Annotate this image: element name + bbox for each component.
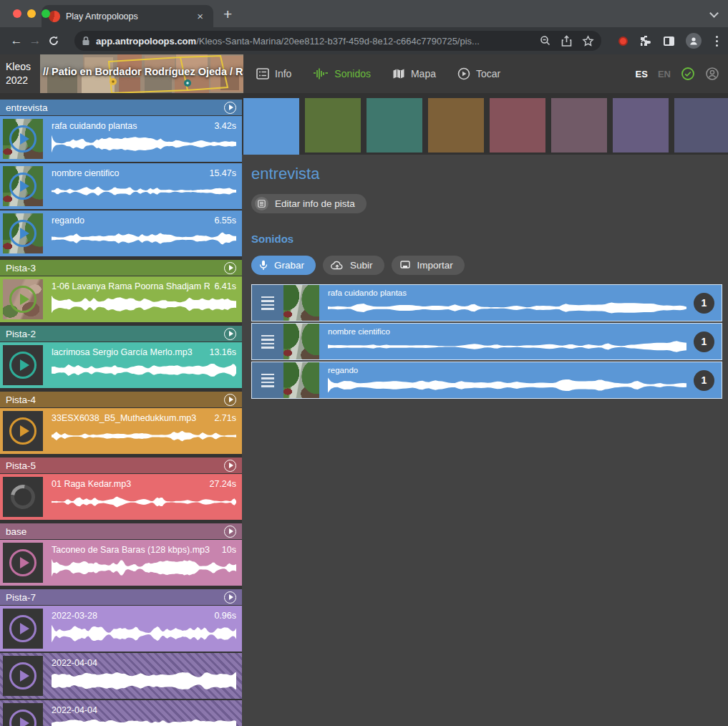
- play-track-icon[interactable]: [224, 591, 236, 604]
- sound-thumbnail[interactable]: [3, 609, 43, 649]
- tab-mapa[interactable]: Mapa: [392, 68, 436, 79]
- extensions-puzzle-icon[interactable]: [639, 34, 652, 47]
- track-header[interactable]: Pista-5: [0, 458, 242, 473]
- sound-thumbnail[interactable]: [283, 324, 319, 359]
- track-block-pista-4[interactable]: [428, 98, 484, 153]
- edit-track-info-button[interactable]: Editar info de pista: [251, 194, 367, 213]
- play-sound-icon[interactable]: [9, 352, 37, 379]
- sidebar-sound[interactable]: rafa cuidando plantas3.42s: [0, 116, 242, 162]
- play-track-icon[interactable]: [224, 102, 236, 114]
- minimize-window-button[interactable]: [27, 9, 36, 18]
- play-sound-icon[interactable]: [291, 292, 312, 314]
- import-button[interactable]: Importar: [392, 256, 465, 275]
- lang-en[interactable]: EN: [658, 69, 671, 79]
- track-block-entrevista[interactable]: [243, 98, 299, 155]
- play-sound-icon[interactable]: [9, 615, 37, 642]
- zoom-out-icon[interactable]: [540, 35, 551, 47]
- play-sound-icon[interactable]: [9, 417, 37, 445]
- play-track-icon[interactable]: [224, 460, 236, 472]
- sidebar-sound[interactable]: Taconeo de Sara Baras (128 kbps).mp310s: [0, 540, 242, 586]
- url-bar[interactable]: app.antropoloops.com/Kleos-Santa-Marina/…: [74, 31, 601, 51]
- drag-handle[interactable]: [252, 362, 283, 398]
- play-sound-icon[interactable]: [291, 331, 312, 352]
- track-section-pista-2: Pista-2 lacrimosa Sergio García Merlo.mp…: [0, 326, 242, 388]
- side-panel-icon[interactable]: [664, 37, 674, 46]
- drag-handle[interactable]: [252, 324, 283, 359]
- sound-thumbnail[interactable]: [283, 362, 319, 398]
- track-block-pista-3[interactable]: [305, 98, 361, 153]
- sound-thumbnail[interactable]: [283, 285, 319, 321]
- lang-es[interactable]: ES: [636, 69, 648, 79]
- sound-thumbnail[interactable]: [3, 477, 43, 517]
- play-sound-icon[interactable]: [9, 173, 37, 200]
- play-track-icon[interactable]: [224, 526, 236, 538]
- sidebar-sound[interactable]: 2022-03-280.96s: [0, 606, 242, 652]
- share-icon[interactable]: [561, 35, 572, 47]
- zoom-window-button[interactable]: [42, 9, 50, 18]
- play-sound-icon[interactable]: [9, 286, 37, 313]
- sidebar-sound[interactable]: 1-06 Lavanya Rama Poorna Shadjam Rupak..…: [0, 276, 242, 322]
- track-header[interactable]: Pista-4: [0, 392, 242, 407]
- account-icon[interactable]: [705, 67, 719, 81]
- sidebar-sound[interactable]: regando6.55s: [0, 210, 242, 256]
- sound-row[interactable]: rafa cuidando plantas 1: [251, 284, 722, 321]
- sound-thumbnail[interactable]: [3, 656, 43, 696]
- reload-button[interactable]: [44, 32, 63, 50]
- upload-button[interactable]: Subir: [323, 256, 384, 275]
- track-block-pista-5[interactable]: [490, 98, 545, 153]
- sound-thumbnail[interactable]: [3, 345, 43, 385]
- sidebar-sound[interactable]: lacrimosa Sergio García Merlo.mp313.16s: [0, 342, 242, 388]
- close-window-button[interactable]: [13, 9, 21, 18]
- track-block-pista-7[interactable]: [613, 98, 669, 153]
- tab-tocar[interactable]: Tocar: [457, 67, 500, 80]
- play-sound-icon[interactable]: [9, 549, 37, 576]
- sidebar-sound[interactable]: 01 Raga Kedar.mp327.24s: [0, 474, 242, 520]
- sound-row[interactable]: nombre cientifico 1: [251, 323, 722, 360]
- record-button[interactable]: Grabar: [251, 256, 316, 275]
- track-header[interactable]: Pista-2: [0, 326, 242, 342]
- sidebar-sound-processing[interactable]: 2022-04-04: [0, 700, 242, 726]
- sound-thumbnail[interactable]: [3, 119, 43, 159]
- play-track-icon[interactable]: [224, 262, 236, 274]
- profile-avatar[interactable]: [686, 33, 702, 49]
- sidebar-sound[interactable]: nombre cientifico15.47s: [0, 163, 242, 209]
- browser-menu-icon[interactable]: [713, 36, 721, 47]
- track-header[interactable]: base: [0, 523, 242, 539]
- sound-thumbnail[interactable]: [3, 166, 43, 206]
- sidebar-sound-processing[interactable]: 2022-04-04: [0, 653, 242, 699]
- bookmark-star-icon[interactable]: [582, 35, 594, 47]
- track-header[interactable]: Pista-3: [0, 260, 242, 276]
- sound-thumbnail[interactable]: [3, 411, 43, 451]
- play-sound-icon[interactable]: [291, 369, 312, 391]
- play-sound-icon[interactable]: [9, 125, 37, 153]
- sound-thumbnail[interactable]: [3, 279, 43, 319]
- sound-thumbnail[interactable]: [3, 703, 43, 726]
- sidebar-sound[interactable]: 33ESX6038_B5_Muthedukkum.mp32.71s: [0, 408, 242, 454]
- map-thumbnail[interactable]: // Patio en Bordador Rodríguez Ojeda / R…: [40, 54, 243, 93]
- play-sound-icon[interactable]: [9, 710, 37, 726]
- play-track-icon[interactable]: [224, 328, 236, 340]
- forward-button[interactable]: →: [26, 32, 44, 50]
- sound-row[interactable]: regando 1: [251, 362, 722, 399]
- play-track-icon[interactable]: [224, 394, 236, 406]
- play-sound-icon[interactable]: [9, 662, 37, 689]
- play-sound-icon[interactable]: [9, 220, 37, 247]
- hamburger-icon: [261, 335, 274, 349]
- sound-thumbnail[interactable]: [3, 213, 43, 253]
- drag-handle[interactable]: [252, 285, 283, 321]
- track-header[interactable]: entrevista: [0, 100, 242, 115]
- browser-tab[interactable]: Play Antropoloops ×: [42, 5, 213, 27]
- sound-thumbnail[interactable]: [3, 543, 43, 583]
- track-header[interactable]: Pista-7: [0, 589, 242, 605]
- tab-close-icon[interactable]: ×: [194, 9, 206, 23]
- tab-search-chevron-icon[interactable]: [711, 9, 718, 16]
- recording-extension-icon[interactable]: [618, 37, 628, 46]
- track-block-base[interactable]: [551, 98, 607, 153]
- new-tab-button[interactable]: +: [223, 6, 232, 23]
- tab-info-label: Info: [275, 68, 291, 79]
- tab-info[interactable]: Info: [256, 68, 291, 79]
- tab-sonidos[interactable]: Sonidos: [313, 68, 371, 79]
- track-block-pista-2[interactable]: [367, 98, 422, 153]
- track-block-8[interactable]: [674, 98, 728, 153]
- back-button[interactable]: ←: [7, 32, 26, 50]
